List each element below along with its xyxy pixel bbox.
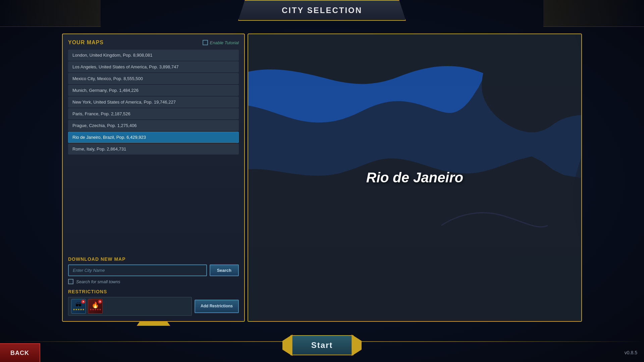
restrictions-box: ✕ 🕶 ★★★★★ ✕ 🔥 ★★★★★ <box>68 297 192 316</box>
city-list-item[interactable]: Los Angeles, United States of America, P… <box>68 61 239 72</box>
city-list-item[interactable]: Rio de Janeiro, Brazil, Pop. 6,429,923 <box>68 132 239 143</box>
city-list-item[interactable]: London, United Kingdom, Pop. 8,908,081 <box>68 50 239 61</box>
page-title: CITY SELECTION <box>282 6 362 15</box>
your-maps-label: YOUR MAPS <box>68 40 104 46</box>
city-list: London, United Kingdom, Pop. 8,908,081Lo… <box>68 50 239 252</box>
tutorial-checkbox[interactable] <box>203 40 208 45</box>
title-bar: CITY SELECTION <box>238 0 406 21</box>
city-list-item[interactable]: Paris, France, Pop. 2,187,526 <box>68 108 239 119</box>
svg-point-2 <box>479 220 542 252</box>
tutorial-toggle[interactable]: Enable Tutorial <box>203 40 239 45</box>
city-list-item[interactable]: Prague, Czechia, Pop. 1,275,406 <box>68 120 239 131</box>
restriction-stars-1: ★★★★★ <box>73 308 85 311</box>
panel-connector-bottom <box>137 321 170 326</box>
right-decor <box>543 0 644 27</box>
svg-point-1 <box>345 183 431 226</box>
restriction-icon-2: ✕ 🔥 ★★★★★ <box>88 299 103 314</box>
left-panel: YOUR MAPS Enable Tutorial London, United… <box>62 34 245 322</box>
left-decor <box>0 0 101 27</box>
restriction-face-icon-1: 🕶 <box>75 302 82 308</box>
small-towns-row: Search for small towns <box>68 279 239 284</box>
map-panel: Rio de Janeiro <box>248 34 582 322</box>
small-towns-checkbox[interactable] <box>68 279 73 284</box>
start-button-container: Start <box>290 335 354 355</box>
back-button[interactable]: BACK <box>0 343 40 362</box>
version-label: v0.8.5 <box>625 350 637 355</box>
restrictions-label: RESTRICTIONS <box>68 289 239 294</box>
search-button[interactable]: Search <box>210 264 239 276</box>
map-svg <box>248 34 581 321</box>
remove-restriction-2[interactable]: ✕ <box>98 300 102 304</box>
restriction-icon-1: ✕ 🕶 ★★★★★ <box>71 299 86 314</box>
small-towns-label: Search for small towns <box>76 279 120 284</box>
map-container: Rio de Janeiro <box>248 34 581 321</box>
panel-header: YOUR MAPS Enable Tutorial <box>68 40 239 46</box>
download-label: DOWNLOAD NEW MAP <box>68 256 239 262</box>
city-list-item[interactable]: Rome, Italy, Pop. 2,864,731 <box>68 143 239 155</box>
bottom-bar: Start BACK v0.8.5 <box>0 328 644 362</box>
city-list-item[interactable]: New York, United States of America, Pop.… <box>68 97 239 108</box>
restriction-icon-steam: 🔥 <box>92 302 99 308</box>
remove-restriction-1[interactable]: ✕ <box>81 300 85 304</box>
city-name-input[interactable] <box>68 264 207 276</box>
add-restrictions-button[interactable]: Add Restrictions <box>195 300 239 313</box>
city-list-item[interactable]: Mexico City, Mexico, Pop. 8,555,500 <box>68 73 239 84</box>
main-content: YOUR MAPS Enable Tutorial London, United… <box>62 34 582 322</box>
tutorial-label: Enable Tutorial <box>210 40 239 45</box>
search-row: Search <box>68 264 239 276</box>
restrictions-row: ✕ 🕶 ★★★★★ ✕ 🔥 ★★★★★ Add Restrictions <box>68 297 239 316</box>
restriction-stars-2: ★★★★★ <box>90 308 101 311</box>
start-button[interactable]: Start <box>290 335 354 355</box>
city-list-item[interactable]: Munich, Germany, Pop. 1,484,226 <box>68 85 239 96</box>
